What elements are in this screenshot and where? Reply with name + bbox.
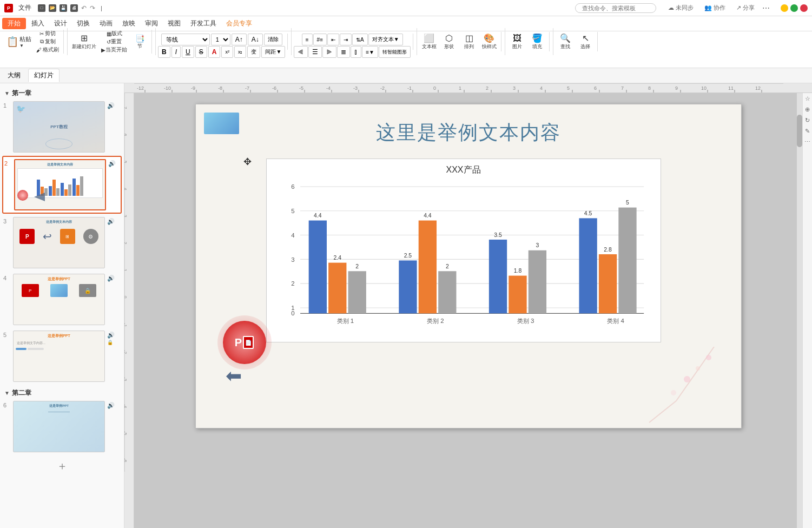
decrease-indent-btn[interactable]: ⇤ — [327, 34, 339, 45]
new-doc-icon[interactable]: □ — [38, 4, 45, 12]
reset-btn[interactable]: ↺ 重置 — [99, 38, 129, 45]
font-size-select[interactable]: 18 — [211, 34, 230, 45]
tab-outline[interactable]: 大纲 — [2, 69, 26, 82]
current-page-btn[interactable]: ▶ 当页开始 — [99, 46, 129, 54]
transform-btn[interactable]: 变 — [247, 46, 260, 58]
align-center-btn[interactable]: ☰ — [308, 46, 322, 58]
right-panel-btn-5[interactable]: ⋯ — [803, 138, 812, 147]
svg-text:2: 2 — [291, 280, 294, 287]
menu-view[interactable]: 视图 — [163, 18, 185, 29]
superscript-btn[interactable]: x² — [221, 46, 233, 58]
canvas-container[interactable]: ✥ 这里是举例文本内容 XXX产品 — [134, 93, 802, 528]
quick-style-btn[interactable]: 🎨 快样式 — [479, 32, 499, 51]
right-panel-btn-4[interactable]: ✎ — [803, 128, 812, 136]
tab-slides[interactable]: 幻灯片 — [28, 69, 60, 82]
convert-smartart-btn[interactable]: 转智能图形 — [379, 46, 411, 58]
paste-btn[interactable]: 📋 粘贴 ▼ — [4, 34, 34, 50]
fill-btn[interactable]: 🪣 填充 — [527, 32, 547, 51]
slide-canvas[interactable]: ✥ 这里是举例文本内容 XXX产品 — [195, 104, 742, 428]
menu-insert[interactable]: 插入 — [27, 18, 49, 29]
arrange-icon: ◫ — [465, 33, 473, 43]
chart-container[interactable]: XXX产品 6 5 — [266, 159, 661, 342]
select-btn[interactable]: ↖ 选择 — [576, 32, 595, 51]
text-color-btn[interactable]: A — [208, 46, 221, 58]
picture-btn[interactable]: 🖼 图片 — [507, 32, 527, 51]
copy-icon: ⧉ — [40, 38, 44, 45]
open-icon[interactable]: 📂 — [49, 4, 56, 12]
chapter-1-header[interactable]: ▼ 第一章 — [2, 85, 122, 99]
slide-item-4[interactable]: 4 这是举例PPT P 🔒 🔊 — [2, 272, 122, 327]
cut-btn[interactable]: ✂ 剪切 — [34, 30, 61, 37]
menu-slideshow[interactable]: 放映 — [118, 18, 140, 29]
format-painter-btn[interactable]: 🖌 格式刷 — [34, 46, 61, 54]
subscript-btn[interactable]: x₂ — [234, 46, 247, 58]
layout-btn[interactable]: ▦ 版式 — [99, 30, 129, 37]
slide-item-1[interactable]: 1 PPT教程 🐦 🔊 — [2, 99, 122, 155]
scrollbar-thumb[interactable] — [797, 115, 802, 147]
menu-animation[interactable]: 动画 — [95, 18, 117, 29]
arrange-btn[interactable]: ◫ 排列 — [459, 32, 479, 51]
font-name-select[interactable]: 等线 — [161, 34, 210, 45]
decrease-font-btn[interactable]: A↓ — [248, 34, 263, 45]
ppt-logo[interactable]: P 📄 — [212, 321, 277, 369]
chapter-2-header[interactable]: ▼ 第二章 — [2, 385, 122, 399]
sync-btn[interactable]: ☁ 未同步 — [665, 3, 697, 13]
search-bar[interactable] — [571, 3, 661, 13]
menu-developer[interactable]: 开发工具 — [186, 18, 221, 29]
align-text-btn[interactable]: 对齐文本▼ — [368, 34, 403, 45]
more-btn[interactable]: ⋯ — [762, 4, 770, 12]
new-slide-btn[interactable]: ⊞ 新建幻灯片 — [70, 32, 98, 51]
maximize-btn[interactable] — [790, 4, 798, 12]
text-direction-btn[interactable]: ⇅A — [352, 34, 368, 45]
clear-format-btn[interactable]: 清除 — [264, 34, 282, 45]
chapter-1-arrow: ▼ — [4, 90, 10, 96]
shape-btn[interactable]: ⬡ 形状 — [439, 32, 459, 51]
slide-item-3[interactable]: 3 这是举例文本内容 P ↩ ⊞ ⚙ 🔊 — [2, 215, 122, 270]
svg-text:2: 2 — [486, 85, 488, 91]
section-btn[interactable]: 📑 节 — [130, 33, 149, 51]
search-input[interactable] — [575, 3, 656, 13]
justify-btn[interactable]: ≣ — [337, 46, 350, 58]
right-panel-btn-3[interactable]: ↻ — [803, 117, 812, 126]
copy-btn[interactable]: ⧉ 复制 — [34, 38, 61, 45]
slide-item-5[interactable]: 5 这是举例PPT 这是举例文字内容... 🔊 🔒 — [2, 328, 122, 384]
slide-item-2[interactable]: 2 这是举例文本内容 — [2, 156, 122, 214]
close-btn[interactable] — [800, 4, 808, 12]
underline-btn[interactable]: U — [182, 46, 194, 58]
slide-title[interactable]: 这里是举例文本内容 — [196, 120, 741, 146]
redo-btn[interactable]: ↷ — [90, 4, 95, 12]
canvas-with-ruler: 7 6 5 4 3 2 1 0 -1 -2 -3 -4 -5 -6 — [124, 93, 812, 528]
line-spacing-btn[interactable]: ≡▼ — [362, 46, 378, 58]
bullets-btn[interactable]: ≡ — [302, 34, 313, 45]
align-right-btn[interactable]: ⫸ — [322, 46, 336, 58]
share-btn[interactable]: ↗ 分享 — [733, 3, 758, 13]
align-left-btn[interactable]: ⫷ — [294, 46, 308, 58]
menu-start[interactable]: 开始 — [2, 18, 26, 29]
menu-member[interactable]: 会员专享 — [222, 18, 256, 29]
slide-arrow[interactable]: ⬅ — [226, 365, 242, 387]
right-panel-btn-1[interactable]: ☆ — [803, 95, 812, 104]
increase-font-btn[interactable]: A↑ — [232, 34, 247, 45]
menu-file[interactable]: 文件 — [15, 2, 35, 14]
numbering-btn[interactable]: #≡ — [313, 34, 327, 45]
menu-review[interactable]: 审阅 — [141, 18, 162, 29]
add-slide-btn[interactable]: ＋ — [2, 457, 122, 476]
text-box-btn[interactable]: ⬜ 文本框 — [419, 32, 439, 51]
bold-btn[interactable]: B — [158, 46, 170, 58]
scrollbar-vertical[interactable] — [797, 93, 802, 528]
menu-design[interactable]: 设计 — [50, 18, 71, 29]
minimize-btn[interactable] — [781, 4, 788, 12]
right-panel-btn-2[interactable]: ⊕ — [803, 106, 812, 115]
undo-btn[interactable]: ↶ — [81, 4, 87, 12]
collab-btn[interactable]: 👥 协作 — [701, 3, 729, 13]
char-spacing-btn[interactable]: 间距▼ — [261, 46, 285, 58]
find-btn[interactable]: 🔍 查找 — [556, 32, 575, 51]
italic-btn[interactable]: I — [171, 46, 181, 58]
save-icon[interactable]: 💾 — [60, 4, 67, 12]
increase-indent-btn[interactable]: ⇥ — [340, 34, 352, 45]
menu-transition[interactable]: 切换 — [72, 18, 94, 29]
slide-item-6[interactable]: 6 这是举例PPT 🔊 — [2, 399, 122, 454]
print-icon[interactable]: 🖨 — [70, 4, 78, 12]
columns-btn[interactable]: ⫿ — [351, 46, 361, 58]
strikethrough-btn[interactable]: S — [195, 46, 207, 58]
